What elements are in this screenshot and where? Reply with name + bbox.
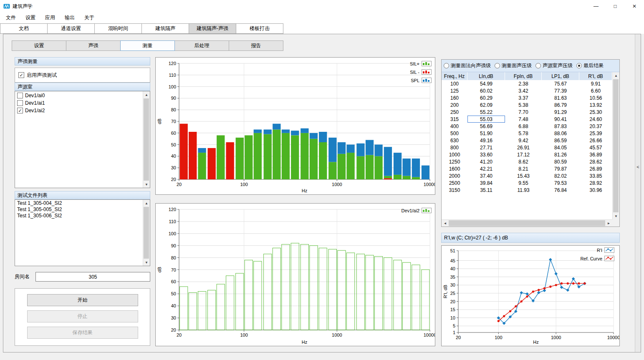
sound-intensity-chart[interactable]: 203040506070809010011012020100100010000H… (156, 58, 435, 194)
menu-item-2[interactable]: 应用 (41, 13, 59, 23)
legend-entry-Ref. Curve[interactable]: Ref. Curve (580, 256, 614, 261)
table-row-9[interactable]: 80027.7126.9184.0545.57 (442, 144, 612, 151)
table-cell[interactable]: 26.89 (579, 165, 612, 172)
table-cell[interactable]: 27.71 (467, 144, 505, 151)
table-cell[interactable]: 10.56 (579, 94, 612, 101)
table-cell[interactable]: 2000 (442, 172, 467, 179)
scroll-up-icon[interactable]: ▲ (143, 91, 150, 98)
table-cell[interactable]: 75.67 (542, 80, 579, 87)
table-cell[interactable]: 500 (442, 130, 467, 137)
legend-entry-SPL[interactable]: SPL (410, 78, 432, 83)
subtab-3[interactable]: 后处理 (174, 40, 229, 51)
table-cell[interactable]: 2.38 (505, 80, 542, 87)
legend-entry-R'I[interactable]: R'I (580, 247, 614, 253)
subtab-4[interactable]: 报告 (229, 40, 283, 51)
scroll-down-icon[interactable]: ▼ (143, 181, 150, 188)
scroll-left-icon[interactable]: ◄ (442, 220, 449, 227)
table-cell[interactable]: 55.22 (467, 108, 505, 116)
table-cell[interactable]: 28.92 (579, 179, 612, 186)
scroll-thumb[interactable] (449, 220, 605, 226)
table-cell[interactable]: 41.20 (467, 158, 505, 165)
table-cell[interactable]: 60.02 (467, 87, 505, 94)
save-result-button[interactable]: 保存结果 (27, 327, 138, 339)
file-item-0[interactable]: Test 1_305-004_SI2 (15, 200, 142, 206)
table-row-0[interactable]: 10054.992.3875.679.91 (442, 80, 612, 87)
scroll-thumb[interactable] (613, 79, 619, 212)
table-cell[interactable]: 81.26 (542, 151, 579, 158)
table-cell[interactable]: 15.43 (505, 172, 542, 179)
scroll-thumb[interactable] (144, 98, 149, 181)
channel-checkbox-icon[interactable]: ✓ (17, 108, 23, 113)
table-cell[interactable]: 60.29 (467, 94, 505, 101)
table-row-4[interactable]: 25055.227.7091.2925.30 (442, 108, 612, 116)
table-cell[interactable]: 9.42 (505, 137, 542, 144)
radio-option-2[interactable]: 声源室声压级 (535, 62, 573, 69)
table-cell[interactable]: 250 (442, 108, 467, 116)
table-vscrollbar[interactable]: ▲ ▼ (612, 72, 619, 219)
table-cell[interactable]: 1000 (442, 151, 467, 158)
table-row-8[interactable]: 63049.169.4286.5926.66 (442, 137, 612, 144)
table-row-3[interactable]: 20062.095.3886.7913.92 (442, 101, 612, 108)
table-cell[interactable]: 3.42 (505, 87, 542, 94)
table-cell[interactable]: 6.88 (505, 123, 542, 130)
start-button[interactable]: 开始 (27, 294, 138, 306)
close-button[interactable]: ✕ (625, 0, 644, 13)
table-cell[interactable]: 3150 (442, 186, 467, 194)
table-cell[interactable]: 24.60 (579, 116, 612, 123)
table-cell[interactable]: 56.69 (467, 123, 505, 130)
file-item-1[interactable]: Test 1_305-005_SI2 (15, 206, 142, 213)
spl-chart[interactable]: 203040506070809010011012020100100010000H… (156, 204, 435, 346)
menu-item-0[interactable]: 文件 (2, 13, 20, 23)
right-collapse-strip[interactable]: < (635, 34, 641, 352)
legend-entry-SIL+[interactable]: SIL+ (410, 61, 432, 66)
table-cell[interactable]: 1600 (442, 165, 467, 172)
radio-option-3[interactable]: 最后结果 (576, 62, 604, 69)
table-cell[interactable]: 49.16 (467, 137, 505, 144)
table-cell[interactable]: 86.79 (542, 101, 579, 108)
main-tab-3[interactable]: 建筑隔声 (141, 23, 189, 34)
table-cell[interactable]: 26.66 (579, 137, 612, 144)
table-cell[interactable]: 30.96 (579, 186, 612, 194)
table-cell[interactable]: 315 (442, 116, 467, 123)
table-cell[interactable]: 9.55 (505, 179, 542, 186)
channel-checkbox-icon[interactable] (17, 93, 23, 98)
table-cell[interactable]: 82.02 (542, 172, 579, 179)
table-cell[interactable]: 400 (442, 123, 467, 130)
table-hscrollbar[interactable]: ◄ ► (442, 219, 612, 227)
table-row-15[interactable]: 315035.1111.9376.8430.96 (442, 186, 612, 194)
table-row-10[interactable]: 100033.6017.1281.2636.89 (442, 151, 612, 158)
collapse-arrow-icon[interactable]: < (635, 164, 641, 169)
table-cell[interactable]: 51.90 (467, 130, 505, 137)
table-cell[interactable]: 20.37 (579, 123, 612, 130)
table-cell[interactable]: 62.09 (467, 101, 505, 108)
subtab-1[interactable]: 声强 (66, 40, 121, 51)
table-cell[interactable]: 800 (442, 144, 467, 151)
table-row-2[interactable]: 16060.293.3781.6310.56 (442, 94, 612, 101)
table-row-1[interactable]: 12560.023.4277.396.60 (442, 87, 612, 94)
file-item-2[interactable]: Test 1_305-006_SI2 (15, 213, 142, 219)
table-cell[interactable]: 125 (442, 87, 467, 94)
scroll-down-icon[interactable]: ▼ (613, 213, 619, 219)
table-cell[interactable]: 90.41 (542, 116, 579, 123)
channel-item-1[interactable]: Dev1/ai1 (15, 99, 142, 107)
main-tab-1[interactable]: 通道设置 (47, 23, 95, 34)
scroll-up-icon[interactable]: ▲ (613, 72, 619, 79)
table-cell[interactable]: 37.40 (467, 172, 505, 179)
channel-item-2[interactable]: ✓Dev1/ai2 (15, 107, 142, 114)
table-cell[interactable]: 1250 (442, 158, 467, 165)
table-cell[interactable]: 26.91 (505, 144, 542, 151)
legend-entry-Dev1/ai2[interactable]: Dev1/ai2 (402, 208, 432, 213)
channel-checkbox-icon[interactable] (17, 100, 23, 106)
table-row-7[interactable]: 50051.905.7888.0625.39 (442, 130, 612, 137)
table-cell[interactable]: 6.60 (579, 87, 612, 94)
radio-option-0[interactable]: 测量面法向声强级 (444, 62, 491, 69)
scroll-down-icon[interactable]: ▼ (143, 259, 150, 266)
maximize-button[interactable]: □ (606, 0, 625, 13)
table-cell[interactable]: 5.78 (505, 130, 542, 137)
table-row-12[interactable]: 160042.218.2179.8726.89 (442, 165, 612, 172)
subtab-2[interactable]: 测量 (120, 40, 175, 51)
main-tab-0[interactable]: 文档 (0, 23, 48, 34)
table-cell[interactable]: 91.29 (542, 108, 579, 116)
table-cell[interactable]: 28.62 (579, 158, 612, 165)
main-tab-5[interactable]: 楼板打击 (236, 23, 283, 34)
